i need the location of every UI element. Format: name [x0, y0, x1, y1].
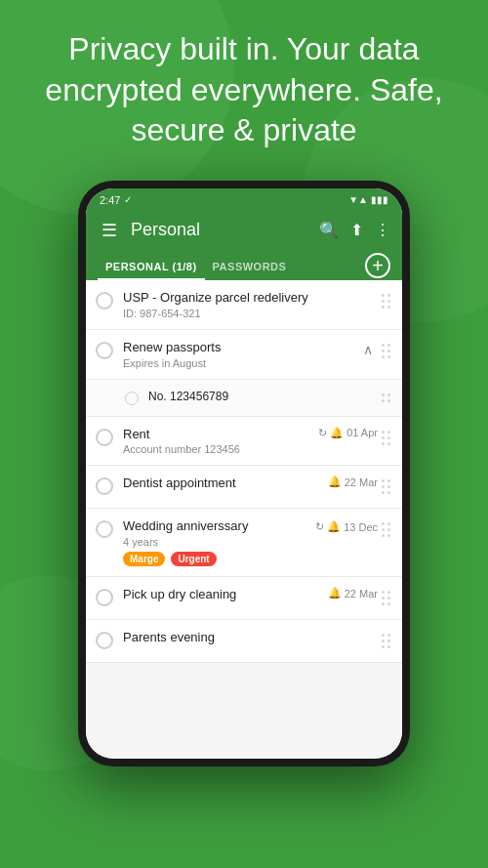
list-item[interactable]: Parents evening	[86, 620, 402, 663]
list-item[interactable]: Pick up dry cleaning 🔔 22 Mar	[86, 577, 402, 620]
item-title: Wedding anniverssary	[123, 518, 311, 535]
toolbar-title: Personal	[131, 220, 309, 240]
bell-icon: 🔔	[328, 475, 342, 488]
item-content: Wedding anniverssary 4 years Marge Urgen…	[123, 518, 311, 566]
item-checkbox[interactable]	[96, 632, 113, 649]
item-date: 🔔 22 Mar	[328, 475, 378, 488]
bell-icon: 🔔	[328, 587, 342, 599]
item-checkbox[interactable]	[96, 589, 113, 606]
item-right-meta: 🔔 22 Mar	[328, 587, 378, 599]
drag-handle	[378, 587, 394, 609]
hero-section: Privacy built in. Your data encrypted ev…	[0, 0, 488, 171]
item-checkbox[interactable]	[96, 292, 113, 310]
repeat-icon: ↻	[315, 520, 324, 533]
status-left: 2:47 ✓	[100, 194, 132, 206]
date-text: 01 Apr	[346, 427, 378, 438]
tab-passwords[interactable]: PASSWORDS	[205, 251, 295, 280]
hero-text: Privacy built in. Your data encrypted ev…	[29, 29, 459, 151]
bell-icon: 🔔	[327, 520, 341, 533]
item-right-meta: ↻ 🔔 01 Apr	[318, 427, 378, 439]
drag-handle	[378, 518, 394, 541]
list-item[interactable]: Dentist appointment 🔔 22 Mar	[86, 466, 402, 509]
item-title: Rent	[123, 427, 314, 443]
item-content: Renew passports Expires in August	[123, 340, 378, 369]
item-content: Pick up dry cleaning	[123, 587, 324, 603]
item-subtitle: Account number 123456	[123, 443, 314, 455]
search-icon[interactable]: 🔍	[319, 221, 339, 239]
item-title: Pick up dry cleaning	[123, 587, 324, 603]
add-list-button[interactable]: +	[365, 253, 390, 278]
phone-screen: 2:47 ✓ ▼▲ ▮▮▮ ☰ Personal 🔍 ⬆ ⋮	[86, 188, 402, 759]
item-checkbox[interactable]	[96, 342, 113, 359]
status-bar: 2:47 ✓ ▼▲ ▮▮▮	[86, 188, 402, 210]
menu-icon[interactable]: ☰	[98, 218, 121, 243]
share-icon[interactable]: ⬆	[350, 221, 363, 239]
item-title: Renew passports	[123, 340, 378, 356]
item-date: ↻ 🔔 13 Dec	[315, 520, 378, 533]
item-badges: Marge Urgent	[123, 552, 311, 566]
drag-handle	[378, 475, 394, 498]
task-list: USP - Organize parcel redelivery ID: 987…	[86, 280, 402, 759]
item-right-meta: 🔔 22 Mar	[328, 475, 378, 488]
item-title: No. 123456789	[148, 390, 378, 405]
drag-handle	[378, 290, 394, 312]
item-right-meta: ↻ 🔔 13 Dec	[315, 520, 378, 533]
drag-handle	[378, 630, 394, 652]
badge-marge: Marge	[123, 552, 165, 566]
tabs-bar: PERSONAL (1/8) PASSWORDS +	[86, 251, 402, 280]
item-content: No. 123456789	[148, 390, 378, 405]
item-content: USP - Organize parcel redelivery ID: 987…	[123, 290, 378, 319]
item-subtitle: 4 years	[123, 536, 311, 548]
list-item[interactable]: Wedding anniverssary 4 years Marge Urgen…	[86, 509, 402, 577]
item-title: USP - Organize parcel redelivery	[123, 290, 378, 307]
bell-icon: 🔔	[330, 427, 344, 439]
list-item[interactable]: USP - Organize parcel redelivery ID: 987…	[86, 280, 402, 330]
status-check-icon: ✓	[124, 194, 132, 205]
item-checkbox[interactable]	[96, 477, 113, 495]
item-title: Dentist appointment	[123, 475, 324, 492]
item-checkbox[interactable]	[96, 429, 113, 446]
drag-handle	[378, 390, 394, 406]
phone-container: 2:47 ✓ ▼▲ ▮▮▮ ☰ Personal 🔍 ⬆ ⋮	[0, 181, 488, 766]
toolbar: ☰ Personal 🔍 ⬆ ⋮	[86, 210, 402, 251]
collapse-icon[interactable]: ∧	[363, 342, 373, 357]
wifi-icon: ▼▲	[348, 194, 368, 205]
item-subtitle: ID: 987-654-321	[123, 308, 378, 319]
toolbar-icons: 🔍 ⬆ ⋮	[319, 221, 390, 239]
item-content: Dentist appointment	[123, 475, 324, 492]
item-checkbox[interactable]	[96, 520, 113, 538]
list-item[interactable]: Renew passports Expires in August ∧	[86, 330, 402, 380]
date-text: 22 Mar	[345, 588, 378, 599]
status-time: 2:47	[100, 194, 120, 206]
drag-handle	[378, 427, 394, 449]
item-content: Rent Account number 123456	[123, 427, 314, 456]
badge-urgent: Urgent	[171, 552, 216, 566]
date-text: 13 Dec	[344, 521, 378, 533]
repeat-icon: ↻	[318, 427, 327, 439]
tab-personal[interactable]: PERSONAL (1/8)	[98, 251, 205, 280]
list-item[interactable]: Rent Account number 123456 ↻ 🔔 01 Apr	[86, 417, 402, 467]
more-icon[interactable]: ⋮	[375, 221, 390, 239]
status-right: ▼▲ ▮▮▮	[348, 194, 388, 205]
item-subtitle: Expires in August	[123, 357, 378, 369]
item-content: Parents evening	[123, 630, 378, 646]
item-title: Parents evening	[123, 630, 378, 646]
drag-handle	[378, 340, 394, 362]
item-date: 🔔 22 Mar	[328, 587, 378, 599]
list-item-sub[interactable]: No. 123456789	[86, 380, 402, 417]
item-date: ↻ 🔔 01 Apr	[318, 427, 378, 439]
battery-icon: ▮▮▮	[371, 194, 388, 205]
date-text: 22 Mar	[345, 476, 378, 488]
item-checkbox[interactable]	[125, 392, 139, 405]
phone-mockup: 2:47 ✓ ▼▲ ▮▮▮ ☰ Personal 🔍 ⬆ ⋮	[78, 181, 410, 766]
